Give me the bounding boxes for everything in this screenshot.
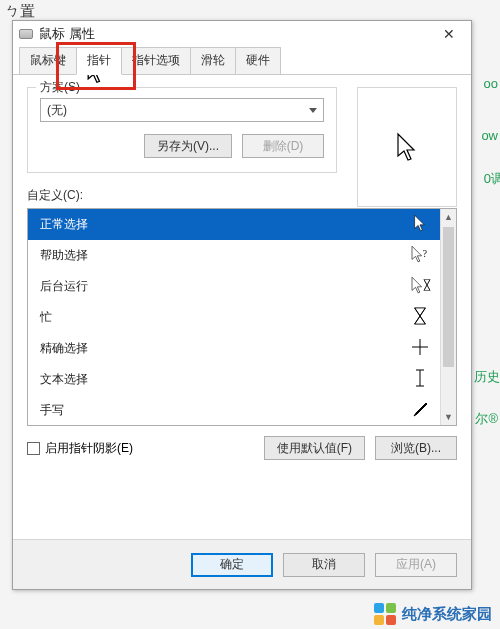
browse-button[interactable]: 浏览(B)... — [375, 436, 457, 460]
cursor-listbox[interactable]: 正常选择 帮助选择 ? 后台运行 — [27, 208, 457, 426]
save-as-button[interactable]: 另存为(V)... — [144, 134, 232, 158]
crosshair-icon — [410, 339, 430, 358]
brand-text: 纯净系统家园 — [402, 605, 492, 624]
list-item-label: 手写 — [40, 402, 64, 419]
listbox-inner: 正常选择 帮助选择 ? 后台运行 — [28, 209, 440, 425]
svg-text:?: ? — [423, 248, 427, 259]
dialog-title: 鼠标 属性 — [39, 25, 433, 43]
tab-hardware[interactable]: 硬件 — [235, 47, 281, 74]
list-item-label: 忙 — [40, 309, 52, 326]
delete-button: 删除(D) — [242, 134, 324, 158]
scheme-select-value: (无) — [47, 102, 67, 119]
cancel-button[interactable]: 取消 — [283, 553, 365, 577]
background-text: 历史 — [474, 368, 500, 386]
scroll-down-icon[interactable]: ▼ — [441, 409, 456, 425]
cursor-preview — [357, 87, 457, 207]
tab-pane-pointers: 方案(S) (无) 另存为(V)... 删除(D) 自定义(C): 正常选择 — [13, 75, 471, 539]
scheme-select[interactable]: (无) — [40, 98, 324, 122]
list-item-label: 帮助选择 — [40, 247, 88, 264]
arrow-icon — [410, 214, 430, 235]
background-text: oo — [484, 76, 498, 91]
arrow-question-icon: ? — [410, 245, 430, 266]
pen-icon — [410, 401, 430, 420]
scrollbar-thumb[interactable] — [443, 227, 454, 367]
list-item-label: 精确选择 — [40, 340, 88, 357]
arrow-icon — [396, 132, 418, 162]
scheme-group: 方案(S) (无) 另存为(V)... 删除(D) — [27, 87, 337, 173]
footer-brand: 纯净系统家园 — [374, 603, 492, 625]
checkbox-icon — [27, 442, 40, 455]
titlebar: 鼠标 属性 ✕ — [13, 21, 471, 47]
background-text: 0调 — [484, 170, 500, 188]
background-text: ow — [481, 128, 498, 143]
list-item[interactable]: 精确选择 — [28, 333, 440, 364]
ibeam-icon — [410, 369, 430, 390]
tab-pointers[interactable]: 指针 — [76, 47, 122, 75]
pointer-shadow-checkbox[interactable]: 启用指针阴影(E) — [27, 440, 133, 457]
scheme-legend: 方案(S) — [36, 79, 84, 96]
ok-button[interactable]: 确定 — [191, 553, 273, 577]
list-item-label: 正常选择 — [40, 216, 88, 233]
mouse-properties-dialog: 鼠标 属性 ✕ 鼠标键 指针 指针选项 滑轮 硬件 方案(S) (无) 另存为(… — [12, 20, 472, 590]
tab-wheel[interactable]: 滑轮 — [190, 47, 236, 74]
checkbox-label: 启用指针阴影(E) — [45, 440, 133, 457]
use-default-button[interactable]: 使用默认值(F) — [264, 436, 365, 460]
list-item[interactable]: 文本选择 — [28, 364, 440, 395]
brand-logo-icon — [374, 603, 396, 625]
close-icon: ✕ — [443, 26, 455, 42]
tab-pointer-options[interactable]: 指针选项 — [121, 47, 191, 74]
list-item[interactable]: 手写 — [28, 395, 440, 425]
options-row: 启用指针阴影(E) 使用默认值(F) 浏览(B)... — [27, 436, 457, 460]
hourglass-icon — [410, 307, 430, 328]
scroll-up-icon[interactable]: ▲ — [441, 209, 456, 225]
list-item-label: 文本选择 — [40, 371, 88, 388]
list-item-label: 后台运行 — [40, 278, 88, 295]
background-text: ㄅ置 — [5, 2, 35, 21]
background-text: 尔® — [475, 410, 498, 428]
mouse-icon — [19, 29, 33, 39]
listbox-scrollbar[interactable]: ▲ ▼ — [440, 209, 456, 425]
chevron-down-icon — [309, 108, 317, 113]
list-item[interactable]: 正常选择 — [28, 209, 440, 240]
list-item[interactable]: 帮助选择 ? — [28, 240, 440, 271]
tab-buttons[interactable]: 鼠标键 — [19, 47, 77, 74]
list-item[interactable]: 后台运行 — [28, 271, 440, 302]
close-button[interactable]: ✕ — [433, 23, 465, 45]
tab-strip: 鼠标键 指针 指针选项 滑轮 硬件 — [13, 47, 471, 75]
apply-button: 应用(A) — [375, 553, 457, 577]
dialog-button-bar: 确定 取消 应用(A) — [13, 539, 471, 589]
arrow-hourglass-icon — [410, 276, 430, 297]
list-item[interactable]: 忙 — [28, 302, 440, 333]
